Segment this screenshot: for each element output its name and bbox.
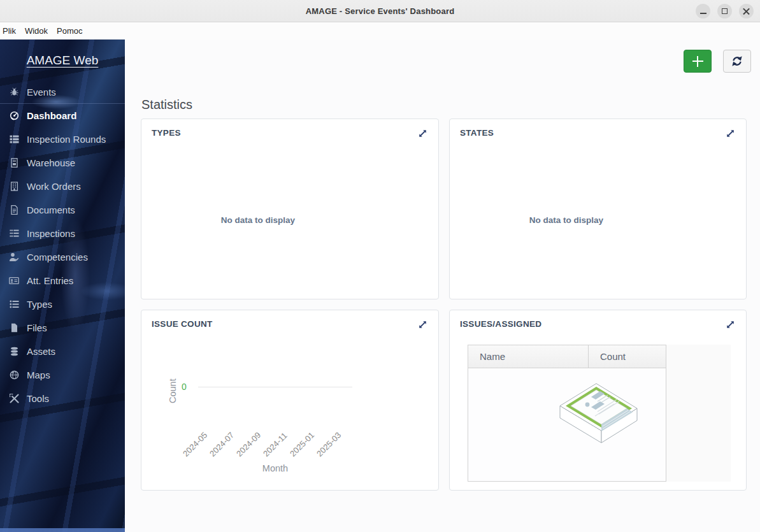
id-card-icon bbox=[8, 276, 20, 285]
sidebar-nav: Events Dashboard Inspection Rounds Wareh… bbox=[0, 80, 125, 410]
x-axis-tick: 2025-03 bbox=[315, 430, 343, 458]
x-axis-tick: 2024-09 bbox=[234, 430, 262, 458]
table-header-row: Name Count bbox=[468, 345, 666, 368]
card-issues-assigned: ISSUES/ASSIGNED Name Count bbox=[449, 310, 747, 491]
sidebar-item-types[interactable]: Types bbox=[0, 292, 125, 316]
user-check-icon bbox=[8, 252, 20, 262]
close-button[interactable] bbox=[739, 4, 754, 18]
card-issue-count: ISSUE COUNT Count 0 2024-052024-072024- bbox=[141, 310, 439, 491]
sidebar-item-maps[interactable]: Maps bbox=[0, 363, 125, 387]
sidebar-item-inspection-rounds[interactable]: Inspection Rounds bbox=[0, 127, 125, 151]
plus-icon bbox=[692, 56, 703, 67]
toolbar bbox=[684, 50, 751, 73]
empty-state-text: No data to display bbox=[450, 215, 683, 225]
sidebar-item-assets[interactable]: Assets bbox=[0, 340, 125, 363]
tasks-icon bbox=[8, 229, 20, 238]
maximize-button[interactable] bbox=[717, 4, 732, 18]
add-button[interactable] bbox=[684, 50, 712, 73]
minimize-button[interactable] bbox=[696, 4, 710, 18]
issues-grid-widget: Name Count bbox=[468, 345, 731, 482]
x-axis-tick: 2024-11 bbox=[261, 431, 289, 459]
sidebar-item-competencies[interactable]: Competencies bbox=[0, 245, 125, 269]
sidebar: AMAGE Web Events Dashboard Inspection Ro… bbox=[0, 40, 125, 532]
menu-item[interactable]: Widok bbox=[25, 26, 48, 36]
sidebar-item-warehouse[interactable]: Warehouse bbox=[0, 151, 125, 175]
card-title: TYPES bbox=[152, 128, 181, 138]
card-title: STATES bbox=[460, 128, 494, 138]
page-title: Statistics bbox=[141, 97, 192, 112]
list-icon bbox=[8, 299, 20, 309]
expand-icon[interactable] bbox=[725, 128, 736, 139]
column-header-count[interactable]: Count bbox=[589, 345, 666, 368]
titlebar: AMAGE - Service Events' Dashboard bbox=[0, 0, 760, 22]
maximize-icon bbox=[722, 8, 728, 14]
bug-icon bbox=[8, 87, 20, 97]
database-icon bbox=[8, 347, 20, 356]
app-logo-link[interactable]: AMAGE Web bbox=[0, 54, 125, 68]
empty-tray-illustration bbox=[558, 380, 639, 443]
sidebar-item-att-entries[interactable]: Att. Entries bbox=[0, 269, 125, 292]
issues-table: Name Count bbox=[468, 345, 666, 482]
x-axis-tick: 2024-05 bbox=[181, 430, 209, 458]
menu-item[interactable]: Pomoc bbox=[57, 26, 82, 36]
menubar: PlikWidokPomoc bbox=[0, 22, 760, 40]
tools-icon bbox=[8, 394, 20, 403]
building-icon bbox=[8, 182, 20, 191]
close-icon bbox=[743, 8, 750, 15]
file-icon bbox=[8, 323, 20, 333]
x-axis-label: Month bbox=[198, 463, 352, 473]
gauge-icon bbox=[8, 111, 20, 120]
sidebar-item-inspections[interactable]: Inspections bbox=[0, 222, 125, 245]
sidebar-item-work-orders[interactable]: Work Orders bbox=[0, 175, 125, 198]
x-axis-tick: 2025-01 bbox=[288, 430, 316, 458]
sidebar-item-files[interactable]: Files bbox=[0, 316, 125, 340]
window-title: AMAGE - Service Events' Dashboard bbox=[306, 6, 455, 16]
issue-count-chart: Count 0 2024-052024-072024-092024-112025… bbox=[141, 310, 438, 490]
document-icon bbox=[8, 205, 20, 215]
empty-state-text: No data to display bbox=[141, 215, 375, 225]
minimize-icon bbox=[700, 13, 706, 14]
sidebar-item-events[interactable]: Events bbox=[0, 80, 125, 104]
card-types: TYPES No data to display bbox=[141, 119, 439, 299]
window-controls bbox=[696, 4, 754, 18]
column-header-name[interactable]: Name bbox=[468, 345, 589, 368]
rows-icon bbox=[8, 134, 20, 144]
sidebar-item-dashboard[interactable]: Dashboard bbox=[0, 104, 125, 127]
refresh-icon bbox=[731, 55, 743, 67]
menu-item[interactable]: Plik bbox=[3, 26, 16, 36]
invoice-icon bbox=[8, 158, 20, 168]
x-axis-tick: 2024-07 bbox=[208, 430, 236, 458]
dashboard-cards: TYPES No data to display STATES bbox=[141, 119, 747, 491]
refresh-button[interactable] bbox=[723, 50, 751, 73]
main-content: Statistics TYPES No data to display bbox=[125, 40, 760, 532]
card-states: STATES No data to display bbox=[449, 119, 747, 299]
sidebar-item-tools[interactable]: Tools bbox=[0, 387, 125, 410]
expand-icon[interactable] bbox=[725, 319, 736, 330]
card-title: ISSUES/ASSIGNED bbox=[460, 319, 541, 329]
expand-icon[interactable] bbox=[417, 128, 428, 139]
sidebar-item-documents[interactable]: Documents bbox=[0, 198, 125, 222]
globe-icon bbox=[8, 370, 20, 380]
